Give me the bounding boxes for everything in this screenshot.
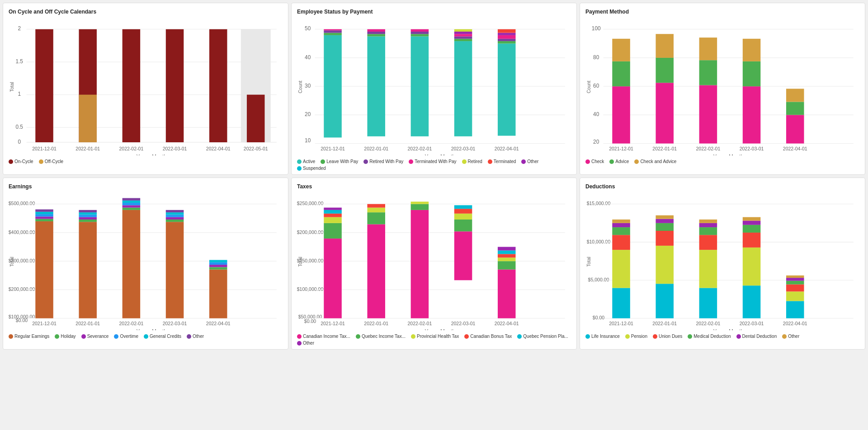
- legend-severance: Severance: [81, 334, 109, 339]
- legend-earnings-other: Other: [187, 334, 204, 339]
- bar: [786, 291, 804, 301]
- qpp-dot: [517, 334, 522, 339]
- legend-oncycle: On-Cycle: [9, 159, 33, 164]
- legend-qit: Quebec Income Tax...: [356, 334, 406, 339]
- bar: [35, 216, 53, 219]
- taxes-title: Taxes: [297, 183, 571, 190]
- bar: [699, 60, 717, 85]
- bar: [612, 250, 630, 288]
- bar: [699, 227, 717, 235]
- legend-dental: Dental Deduction: [736, 334, 777, 339]
- bar: [411, 32, 429, 34]
- bar: [498, 41, 516, 43]
- legend-overtime: Overtime: [114, 334, 138, 339]
- bar: [324, 223, 342, 238]
- svg-text:2021-12-01: 2021-12-01: [609, 146, 633, 151]
- oncycle-card: On Cycle and Off Cycle Calendars 2 1.5 1…: [3, 3, 288, 175]
- earnings-chart: $500,000.00 $400,000.00 $300,000.00 $200…: [9, 193, 283, 331]
- terminated-label: Terminated: [494, 159, 516, 164]
- svg-text:1: 1: [18, 91, 21, 97]
- bar: [612, 227, 630, 235]
- bar: [35, 219, 53, 221]
- legend-cit: Canadian Income Tax...: [297, 334, 350, 339]
- bar: [367, 32, 385, 34]
- active-label: Active: [303, 159, 315, 164]
- other-status-label: Other: [527, 159, 538, 164]
- svg-text:2022-04-01: 2022-04-01: [495, 146, 519, 151]
- bar: [123, 210, 141, 318]
- bar: [209, 262, 227, 265]
- svg-text:2021-12-01: 2021-12-01: [32, 146, 57, 151]
- bar: [166, 220, 184, 222]
- bar: [79, 215, 97, 217]
- bar: [324, 214, 342, 217]
- bar: [123, 29, 141, 142]
- bar: [454, 32, 472, 34]
- bar: [743, 61, 761, 86]
- deductions-card: Deductions $15,000.00 $10,000.00 $5,000.…: [580, 178, 865, 350]
- bar: [498, 33, 516, 35]
- svg-text:2022-01-01: 2022-01-01: [652, 146, 677, 151]
- bar: [209, 270, 227, 318]
- svg-text:30: 30: [305, 83, 311, 89]
- svg-text:2022-02-01: 2022-02-01: [119, 321, 143, 326]
- retired-label: Retired: [468, 159, 482, 164]
- suspended-dot: [297, 166, 302, 171]
- svg-text:Total: Total: [297, 257, 303, 266]
- bar: [79, 217, 97, 220]
- bar: [656, 58, 674, 83]
- taxes-legend: Canadian Income Tax... Quebec Income Tax…: [297, 334, 571, 346]
- check-advice-label: Check and Advice: [640, 159, 676, 164]
- bar: [454, 220, 472, 231]
- bar: [786, 276, 804, 278]
- lwp-label: Leave With Pay: [326, 159, 358, 164]
- bar: [612, 288, 630, 318]
- svg-text:2022-03-01: 2022-03-01: [740, 321, 764, 326]
- svg-text:2022-01-01: 2022-01-01: [652, 321, 677, 326]
- earnings-other-dot: [187, 334, 191, 339]
- bar: [166, 222, 184, 318]
- oncycle-dot: [9, 159, 13, 164]
- dental-dot: [736, 334, 741, 339]
- svg-text:2022-04-01: 2022-04-01: [206, 146, 231, 151]
- bar: [454, 231, 472, 280]
- bar: [166, 217, 184, 220]
- cbt-label: Canadian Bonus Tax: [470, 334, 512, 339]
- svg-text:Year - Month: Year - Month: [713, 328, 743, 330]
- earnings-card: Earnings $500,000.00 $400,000.00 $300,00…: [3, 178, 288, 350]
- bar: [324, 30, 342, 33]
- employee-status-legend: Active Leave With Pay Retired With Pay T…: [297, 159, 571, 171]
- union-dues-dot: [653, 334, 657, 339]
- pht-label: Provincial Health Tax: [417, 334, 459, 339]
- svg-text:2022-05-01: 2022-05-01: [244, 146, 268, 151]
- svg-text:0.5: 0.5: [15, 124, 23, 130]
- employee-status-title: Employee Status by Payment: [297, 9, 571, 15]
- rwp-dot: [363, 159, 368, 164]
- svg-text:$250,000.00: $250,000.00: [297, 201, 323, 206]
- svg-text:Year - Month: Year - Month: [425, 328, 455, 330]
- legend-general-credits: General Credits: [144, 334, 181, 339]
- check-advice-dot: [634, 159, 639, 164]
- bar: [35, 210, 53, 212]
- bar: [123, 208, 141, 210]
- svg-text:20: 20: [305, 111, 311, 117]
- deductions-chart: $15,000.00 $10,000.00 $5,000.00 $0.00: [585, 193, 859, 331]
- bar: [498, 247, 516, 251]
- life-insurance-dot: [585, 334, 590, 339]
- check-dot: [585, 159, 590, 164]
- union-dues-label: Union Dues: [659, 334, 682, 339]
- bar: [454, 214, 472, 220]
- other-status-dot: [521, 159, 526, 164]
- medical-dot: [688, 334, 692, 339]
- bar: [411, 204, 429, 210]
- oncycle-chart: 2 1.5 1 0.5 0: [9, 19, 283, 156]
- check-label: Check: [591, 159, 604, 164]
- bar: [743, 225, 761, 233]
- bar: [166, 210, 184, 212]
- bar: [743, 285, 761, 318]
- bar: [454, 29, 472, 32]
- medical-label: Medical Deduction: [693, 334, 731, 339]
- lwp-dot: [321, 159, 325, 164]
- bar: [786, 102, 804, 115]
- bar: [367, 208, 385, 213]
